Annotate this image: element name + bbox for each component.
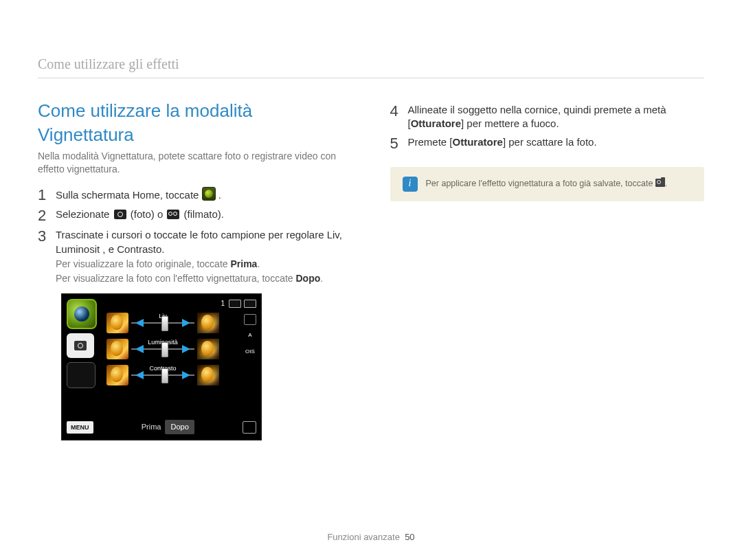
- step-number: 2: [38, 208, 56, 224]
- slider-track[interactable]: Liv: [131, 320, 194, 326]
- step-text: Premete [: [408, 136, 453, 148]
- step-suffix: .: [218, 189, 221, 201]
- note-box: i Per applicare l'effetto vignettatura a…: [390, 167, 705, 201]
- step-text: Selezionate: [56, 208, 113, 220]
- vignette-mode-button[interactable]: [67, 299, 97, 329]
- menu-button[interactable]: MENU: [67, 421, 93, 434]
- step-1: 1 Sulla schermata Home, toccate .: [38, 187, 352, 203]
- thumb-minus[interactable]: −: [106, 365, 128, 385]
- bold-otturatore: Otturatore: [453, 136, 503, 148]
- thumb-minus[interactable]: −: [106, 339, 128, 359]
- thumb-plus[interactable]: +: [197, 365, 219, 385]
- slider-row-contrasto: − Contrasto +: [106, 365, 219, 385]
- step-text: Trascinate i cursori o toccate le foto c…: [56, 229, 342, 254]
- after-tab[interactable]: Dopo: [165, 420, 194, 434]
- before-tab[interactable]: Prima: [142, 422, 161, 432]
- intro-text: Nella modalità Vignettatura, potete scat…: [38, 150, 352, 176]
- camera-screenshot: 1 A OIS −: [61, 293, 262, 440]
- sub-text: .: [257, 258, 260, 269]
- aspect-icon[interactable]: [244, 314, 256, 325]
- video-icon: [167, 210, 179, 219]
- sub-text: Per visualizzare la foto con l'effetto v…: [56, 273, 296, 284]
- shots-remaining: 1: [221, 299, 225, 309]
- adjust-sliders: − Liv + − Luminosità +: [106, 313, 219, 391]
- step-number: 4: [390, 103, 408, 131]
- thumb-plus[interactable]: +: [197, 339, 219, 359]
- vignette-app-icon: [202, 187, 216, 201]
- step-text: ] per mettere a fuoco.: [461, 117, 559, 129]
- step-2: 2 Selezionate (foto) o (filmato).: [38, 208, 352, 224]
- note-text: Per applicare l'effetto vignettatura a f…: [426, 178, 668, 190]
- ois-icon[interactable]: OIS: [245, 348, 256, 358]
- step-text: (foto) o: [131, 208, 166, 220]
- step-5: 5 Premete [Otturatore] per scattare la f…: [390, 135, 705, 152]
- step-text: Sulla schermata Home, toccate: [56, 189, 202, 201]
- footer-section: Funzioni avanzate: [327, 532, 400, 542]
- sub-text: .: [320, 273, 323, 284]
- screenshot-bottom-bar: MENU Prima Dopo: [67, 420, 256, 435]
- step-text: (filmato).: [184, 208, 224, 220]
- bold-prima: Prima: [230, 258, 257, 269]
- section-title: Come utilizzare la modalità Vignettatura: [38, 99, 352, 147]
- bold-dopo: Dopo: [296, 273, 321, 284]
- page-footer: Funzioni avanzate 50: [0, 531, 742, 544]
- memory-icon: [229, 300, 241, 308]
- note-text-pre: Per applicare l'effetto vignettatura a f…: [426, 179, 655, 188]
- running-head: Come utilizzare gli effetti: [38, 55, 704, 78]
- gallery-icon[interactable]: [243, 421, 256, 434]
- slider-row-liv: − Liv +: [106, 313, 219, 333]
- empty-mode-slot: [67, 362, 95, 388]
- photo-icon: [114, 210, 126, 219]
- screenshot-mode-column: [67, 299, 97, 388]
- step-text: ] per scattare la foto.: [503, 136, 597, 148]
- album-icon: [655, 179, 665, 187]
- thumb-minus[interactable]: −: [106, 313, 128, 333]
- slider-track[interactable]: Contrasto: [131, 372, 194, 379]
- slider-row-luminosita: − Luminosità +: [106, 339, 219, 359]
- step-subnote: Per visualizzare la foto originale, tocc…: [56, 258, 352, 271]
- page-number: 50: [405, 532, 414, 542]
- flash-auto-icon[interactable]: A: [245, 332, 256, 341]
- step-subnote: Per visualizzare la foto con l'effetto v…: [56, 272, 352, 285]
- step-number: 3: [38, 228, 56, 284]
- slider-track[interactable]: Luminosità: [131, 346, 194, 352]
- battery-icon: [244, 300, 256, 308]
- bold-otturatore: Otturatore: [411, 117, 461, 129]
- screenshot-right-icons: A OIS: [244, 314, 256, 358]
- note-text-post: .: [665, 179, 667, 188]
- sub-text: Per visualizzare la foto originale, tocc…: [56, 258, 230, 269]
- photo-mode-button[interactable]: [67, 333, 94, 358]
- step-number: 1: [38, 187, 56, 203]
- step-4: 4 Allineate il soggetto nella cornice, q…: [390, 103, 705, 131]
- step-3: 3 Trascinate i cursori o toccate le foto…: [38, 228, 352, 284]
- info-icon: i: [403, 177, 418, 192]
- right-column: 4 Allineate il soggetto nella cornice, q…: [390, 99, 705, 440]
- step-number: 5: [390, 135, 408, 152]
- thumb-plus[interactable]: +: [197, 313, 219, 333]
- left-column: Come utilizzare la modalità Vignettatura…: [38, 99, 352, 440]
